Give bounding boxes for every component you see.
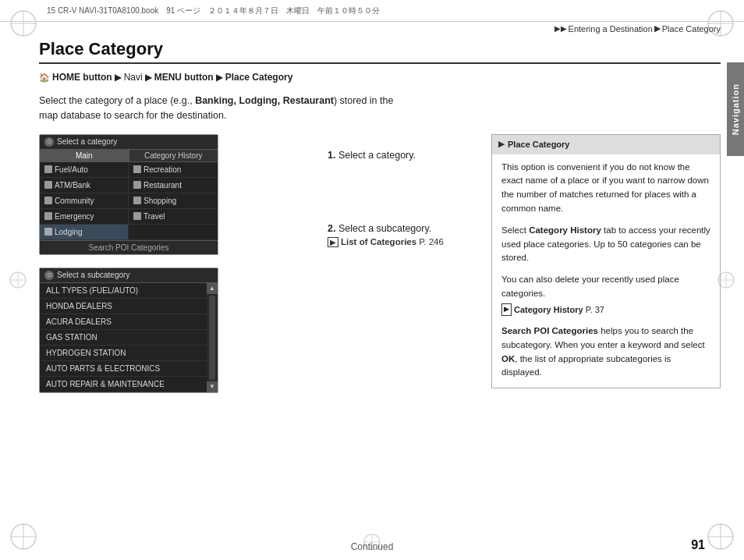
step2-label-area: 2. Select a subcategory. ▶ List of Categ… (328, 223, 468, 247)
breadcrumb-item2: Place Category (662, 24, 721, 34)
step2-number: 2. (328, 223, 335, 234)
cat-shopping-label: Shopping (143, 197, 176, 205)
continued-text: Continued (351, 541, 394, 552)
nav-arrow2: ▶ (145, 72, 152, 83)
info-header-text: Place Category (508, 138, 569, 151)
home-button-label: HOME button (52, 72, 112, 83)
subcategory-screenshot: ⊙ Select a subcategory ALL TYPES (FUEL/A… (39, 268, 218, 393)
cat-atm-label: ATM/Bank (55, 181, 90, 190)
cat-lodging-label: Lodging (55, 228, 83, 236)
navi-label: Navi (124, 72, 143, 83)
sub-item-honda[interactable]: HONDA DEALERS (40, 299, 207, 314)
desc-bold-restaurant: Restaurant (283, 95, 334, 106)
step2-label: 2. Select a subcategory. (328, 223, 468, 234)
emergency-icon (44, 212, 52, 220)
cat-tabs: Main Category History (40, 150, 218, 162)
scroll-down-button[interactable]: ▼ (207, 381, 218, 392)
right-column: ▶ Place Category This option is convenie… (484, 134, 721, 406)
info-para2: Select Category History tab to access yo… (501, 224, 710, 265)
scroll-up-button[interactable]: ▲ (207, 283, 218, 294)
cat-item-emergency[interactable]: Emergency (40, 209, 129, 225)
info-para1: This option is convenient if you do not … (501, 161, 710, 216)
tab-category-history[interactable]: Category History (129, 150, 218, 161)
sub-item-autoparts[interactable]: AUTO PARTS & ELECTRONICS (40, 361, 207, 377)
place-category-label: Place Category (225, 72, 293, 83)
bottom-bar: Continued (0, 541, 744, 552)
info-ok-bold: OK (501, 354, 515, 363)
home-icon: 🏠 (39, 73, 50, 83)
cat-item-community[interactable]: Community (40, 193, 129, 209)
step2-ref-icon: ▶ (328, 237, 338, 247)
nav-tab: Navigation (727, 62, 744, 156)
step2-ref-page: P. 246 (419, 237, 444, 246)
step1-area: ⊙ Select a category Main Category Histor… (39, 134, 312, 255)
cat-restaurant-label: Restaurant (143, 181, 182, 190)
travel-icon (133, 212, 141, 220)
cat-recreation-label: Recreation (143, 165, 181, 174)
sub-list: ALL TYPES (FUEL/AUTO) HONDA DEALERS ACUR… (40, 283, 218, 392)
breadcrumb-arrow1: ▶▶ (554, 24, 567, 33)
sub-screen-header: ⊙ Select a subcategory (40, 268, 218, 283)
scroll-track (209, 296, 215, 380)
shopping-icon (133, 197, 141, 204)
restaurant-icon (133, 181, 141, 189)
info-box: ▶ Place Category This option is convenie… (491, 134, 721, 389)
sub-item-all[interactable]: ALL TYPES (FUEL/AUTO) (40, 283, 207, 299)
info-search-poi-bold: Search POI Categories (501, 326, 598, 335)
left-column: ⊙ Select a category Main Category Histor… (39, 134, 312, 406)
step1-label-area: 1. Select a category. (328, 150, 468, 161)
cat-travel-label: Travel (143, 212, 165, 221)
lodging-icon (44, 228, 52, 236)
scrollbar[interactable]: ▲ ▼ (207, 283, 218, 392)
top-header: 15 CR-V NAVI-31T0A8100.book 91 ページ ２０１４年… (0, 0, 744, 22)
cat-item-fuel[interactable]: Fuel/Auto (40, 162, 129, 178)
cat-grid: Fuel/Auto Recreation ATM/Bank Resta (40, 162, 218, 240)
cat-emergency-label: Emergency (55, 212, 94, 221)
category-screenshot: ⊙ Select a category Main Category Histor… (39, 134, 218, 255)
community-icon (44, 197, 52, 204)
info-cat-history-ref: Category History (514, 303, 583, 317)
info-para4: Search POI Categories helps you to searc… (501, 324, 710, 380)
cat-screen-header: ⊙ Select a category (40, 135, 218, 150)
cat-header-label: Select a category (57, 137, 117, 146)
cat-item-restaurant[interactable]: Restaurant (129, 178, 218, 193)
info-box-header: ▶ Place Category (492, 135, 720, 154)
tab-main[interactable]: Main (40, 150, 129, 161)
cat-item-travel[interactable]: Travel (129, 209, 218, 225)
nav-path: 🏠 HOME button ▶ Navi ▶ MENU button ▶ Pla… (39, 72, 721, 83)
file-info: 15 CR-V NAVI-31T0A8100.book 91 ページ ２０１４年… (47, 5, 697, 16)
info-cat-page: P. 37 (586, 303, 604, 317)
description: Select the category of a place (e.g., Ba… (39, 94, 398, 123)
steps-column: 1. Select a category. 2. Select a subcat… (328, 134, 468, 406)
sub-item-autorepair[interactable]: AUTO REPAIR & MAINTENANCE (40, 377, 207, 392)
sub-item-gas[interactable]: GAS STATION (40, 330, 207, 346)
cat-header-icon: ⊙ (44, 137, 54, 147)
cat-item-lodging[interactable]: Lodging (40, 225, 129, 240)
desc-bold-banking: Banking, (195, 95, 236, 106)
breadcrumb-item1: Entering a Destination (569, 24, 653, 34)
cat-item-atm[interactable]: ATM/Bank (40, 178, 129, 193)
recreation-icon (133, 165, 141, 173)
two-column-layout: ⊙ Select a category Main Category Histor… (39, 134, 721, 406)
info-cat-history-bold: Category History (529, 225, 601, 235)
cat-community-label: Community (55, 197, 94, 205)
menu-button-label: MENU button (154, 72, 214, 83)
sub-header-icon: ⊙ (44, 271, 54, 280)
sub-header-label: Select a subcategory (57, 271, 129, 279)
sub-item-hydrogen[interactable]: HYDROGEN STATION (40, 346, 207, 361)
fuel-icon (44, 165, 52, 173)
breadcrumb-sep: ▶ (654, 23, 661, 34)
sub-item-acura[interactable]: ACURA DEALERS (40, 314, 207, 330)
cat-item-empty (129, 225, 218, 240)
step1-label: 1. Select a category. (328, 150, 468, 161)
step2-ref-bold: List of Categories (341, 237, 416, 246)
step2-text: Select a subcategory. (338, 223, 431, 234)
nav-arrow1: ▶ (115, 72, 122, 83)
main-content: Place Category 🏠 HOME button ▶ Navi ▶ ME… (39, 39, 721, 529)
info-cat-ref: ▶ Category History P. 37 (501, 303, 710, 317)
cat-footer[interactable]: Search POI Categories (40, 240, 218, 254)
info-para3: You can also delete your recently used p… (501, 273, 710, 317)
cat-item-recreation[interactable]: Recreation (129, 162, 218, 178)
info-ref-icon: ▶ (501, 303, 512, 316)
cat-item-shopping[interactable]: Shopping (129, 193, 218, 209)
